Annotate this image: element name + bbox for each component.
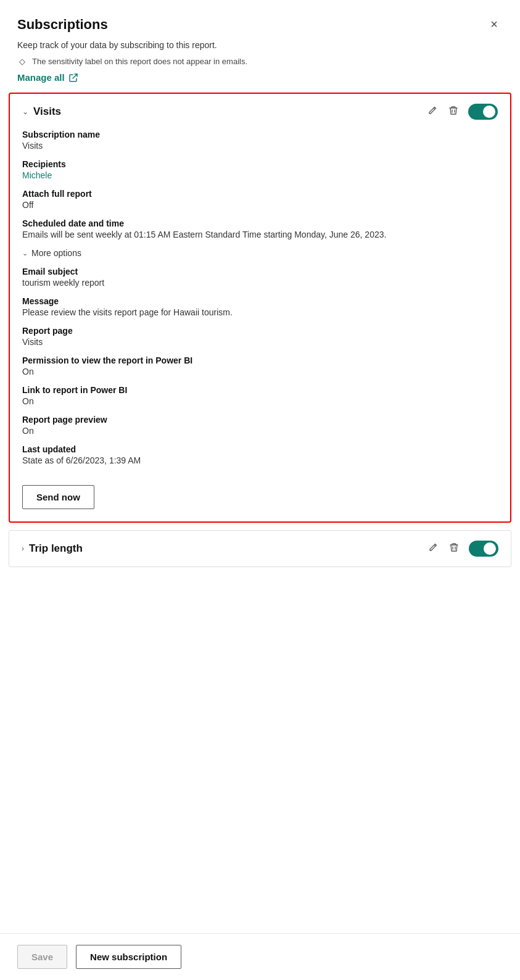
message-field: Message Please review the visits report … bbox=[22, 296, 498, 317]
message-label: Message bbox=[22, 296, 498, 306]
trip-length-edit-icon bbox=[428, 542, 438, 552]
panel-header: Subscriptions × bbox=[0, 0, 520, 40]
edit-button[interactable] bbox=[426, 104, 439, 119]
recipients-field: Recipients Michele bbox=[22, 159, 498, 180]
trip-length-card-actions bbox=[427, 541, 498, 557]
close-button[interactable]: × bbox=[485, 15, 503, 34]
sensitivity-icon: ◇ bbox=[17, 56, 27, 66]
more-options-chevron-icon: ⌄ bbox=[22, 249, 28, 257]
manage-all-row: Manage all bbox=[0, 72, 520, 93]
preview-label: Report page preview bbox=[22, 415, 498, 425]
last-updated-value: State as of 6/26/2023, 1:39 AM bbox=[22, 455, 498, 465]
send-now-button[interactable]: Send now bbox=[22, 485, 94, 509]
link-value: On bbox=[22, 396, 498, 406]
footer: Save New subscription bbox=[0, 933, 520, 980]
trip-length-edit-button[interactable] bbox=[427, 541, 439, 556]
email-subject-label: Email subject bbox=[22, 267, 498, 276]
trip-length-delete-button[interactable] bbox=[448, 541, 460, 556]
card-header: ⌄ Visits bbox=[22, 104, 498, 120]
trip-length-delete-icon bbox=[449, 542, 459, 552]
permission-label: Permission to view the report in Power B… bbox=[22, 355, 498, 365]
manage-all-label: Manage all bbox=[17, 72, 65, 83]
more-options-label: More options bbox=[31, 248, 81, 258]
external-link-icon bbox=[68, 73, 78, 83]
link-field: Link to report in Power BI On bbox=[22, 385, 498, 406]
sensitivity-text: The sensitivity label on this report doe… bbox=[32, 57, 247, 66]
link-label: Link to report in Power BI bbox=[22, 385, 498, 395]
card-title: Visits bbox=[33, 106, 61, 118]
collapse-chevron-icon[interactable]: ⌄ bbox=[22, 107, 28, 116]
subscription-name-label: Subscription name bbox=[22, 130, 498, 139]
last-updated-label: Last updated bbox=[22, 444, 498, 454]
scheduled-field: Scheduled date and time Emails will be s… bbox=[22, 218, 498, 239]
recipients-label: Recipients bbox=[22, 159, 498, 169]
attach-full-report-value: Off bbox=[22, 200, 498, 210]
collapsed-card-title: Trip length bbox=[29, 542, 83, 555]
trip-length-card: › Trip length bbox=[9, 530, 511, 567]
delete-icon bbox=[448, 106, 458, 115]
edit-icon bbox=[427, 106, 437, 115]
more-options-row[interactable]: ⌄ More options bbox=[22, 248, 498, 258]
collapsed-title-row: › Trip length bbox=[22, 542, 83, 555]
card-title-row: ⌄ Visits bbox=[22, 106, 61, 118]
trip-length-toggle[interactable] bbox=[469, 541, 498, 557]
manage-all-link[interactable]: Manage all bbox=[17, 72, 78, 83]
attach-full-report-label: Attach full report bbox=[22, 189, 498, 199]
subtitle-text: Keep track of your data by subscribing t… bbox=[0, 40, 520, 54]
report-page-field: Report page Visits bbox=[22, 326, 498, 347]
panel-title-text: Subscriptions bbox=[17, 17, 108, 33]
subscription-name-field: Subscription name Visits bbox=[22, 130, 498, 151]
delete-button[interactable] bbox=[447, 104, 460, 119]
card-actions bbox=[426, 104, 498, 120]
save-button: Save bbox=[17, 945, 67, 969]
permission-field: Permission to view the report in Power B… bbox=[22, 355, 498, 376]
message-value: Please review the visits report page for… bbox=[22, 307, 498, 317]
permission-value: On bbox=[22, 367, 498, 376]
email-subject-value: tourism weekly report bbox=[22, 278, 498, 288]
visits-subscription-card: ⌄ Visits bbox=[9, 93, 511, 523]
attach-full-report-field: Attach full report Off bbox=[22, 189, 498, 210]
subscription-name-value: Visits bbox=[22, 141, 498, 151]
visits-toggle[interactable] bbox=[468, 104, 498, 120]
expand-chevron-icon[interactable]: › bbox=[22, 544, 24, 553]
preview-field: Report page preview On bbox=[22, 415, 498, 436]
last-updated-field: Last updated State as of 6/26/2023, 1:39… bbox=[22, 444, 498, 465]
report-page-value: Visits bbox=[22, 337, 498, 347]
recipients-value[interactable]: Michele bbox=[22, 170, 498, 180]
new-subscription-button[interactable]: New subscription bbox=[76, 945, 181, 969]
preview-value: On bbox=[22, 426, 498, 436]
sensitivity-row: ◇ The sensitivity label on this report d… bbox=[0, 54, 520, 72]
report-page-label: Report page bbox=[22, 326, 498, 336]
scheduled-value: Emails will be sent weekly at 01:15 AM E… bbox=[22, 230, 498, 239]
panel-title: Subscriptions bbox=[17, 17, 108, 33]
email-subject-field: Email subject tourism weekly report bbox=[22, 267, 498, 288]
scheduled-label: Scheduled date and time bbox=[22, 218, 498, 228]
